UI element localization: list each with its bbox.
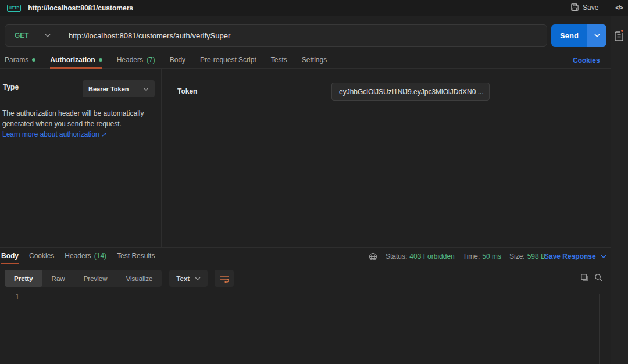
tab-headers-label: Headers bbox=[117, 56, 143, 64]
response-tab-cookies-label: Cookies bbox=[29, 252, 54, 260]
tab-headers[interactable]: Headers (7) bbox=[117, 52, 155, 69]
code-snippet-icon[interactable]: </> bbox=[615, 4, 623, 11]
send-button[interactable]: Send bbox=[551, 24, 606, 47]
size-label: Size: bbox=[509, 252, 525, 260]
time-label: Time: bbox=[463, 252, 480, 260]
save-response-button[interactable]: Save Response bbox=[544, 252, 606, 260]
wrap-lines-toggle[interactable] bbox=[215, 270, 234, 287]
tab-authorization[interactable]: Authorization bbox=[50, 52, 102, 69]
view-pretty-label: Pretty bbox=[14, 275, 33, 282]
time-value: 50 ms bbox=[482, 252, 501, 260]
view-preview-label: Preview bbox=[84, 275, 108, 282]
url-input[interactable]: http://localhost:8081/customers/auth/ver… bbox=[59, 31, 230, 40]
view-raw[interactable]: Raw bbox=[42, 270, 74, 287]
view-visualize-label: Visualize bbox=[126, 275, 153, 282]
headers-count-badge: (7) bbox=[147, 56, 155, 64]
auth-type-value: Bearer Token bbox=[88, 85, 129, 92]
learn-more-label: Learn more about authorization bbox=[2, 130, 99, 138]
copy-response-icon[interactable] bbox=[580, 273, 589, 282]
auth-type-label: Type bbox=[3, 83, 19, 91]
status-meta[interactable]: Status: 403 Forbidden bbox=[386, 252, 455, 260]
wrap-lines-icon bbox=[220, 274, 229, 283]
token-input[interactable]: eyJhbGciOiJSUzI1NiJ9.eyJpc3MiOiJDdXN0 ..… bbox=[331, 83, 490, 101]
auth-type-chevron-icon bbox=[143, 87, 149, 91]
response-tab-test-results-label: Test Results bbox=[117, 252, 155, 260]
response-tab-body[interactable]: Body bbox=[1, 249, 19, 264]
right-sidebar bbox=[611, 0, 628, 364]
response-tab-body-label: Body bbox=[1, 252, 19, 260]
tab-body[interactable]: Body bbox=[170, 52, 185, 69]
status-value: 403 Forbidden bbox=[409, 252, 454, 260]
auth-description: The authorization header will be automat… bbox=[2, 108, 155, 129]
tab-tests-label: Tests bbox=[271, 56, 287, 64]
save-response-label: Save Response bbox=[544, 252, 596, 260]
save-button-label: Save bbox=[583, 3, 598, 12]
response-meta: Status: 403 Forbidden Time: 50 ms Size: … bbox=[369, 250, 545, 263]
send-options-chevron-icon[interactable] bbox=[587, 24, 606, 47]
view-raw-label: Raw bbox=[52, 275, 65, 282]
save-response-chevron-icon bbox=[601, 255, 606, 258]
auth-type-select[interactable]: Bearer Token bbox=[83, 80, 155, 97]
floppy-save-icon bbox=[570, 3, 579, 12]
params-modified-dot bbox=[32, 58, 35, 62]
editor-scrollbar-track[interactable] bbox=[599, 294, 600, 364]
learn-more-link[interactable]: Learn more about authorization ↗ bbox=[2, 130, 107, 138]
request-tab-bar: HTTP http://localhost:8081/customers bbox=[0, 0, 628, 16]
response-tab-headers-label: Headers bbox=[65, 252, 91, 260]
status-label: Status: bbox=[386, 252, 407, 260]
format-select-value: Text bbox=[176, 275, 190, 282]
response-tab-test-results[interactable]: Test Results bbox=[117, 249, 155, 264]
editor-line-number: 1 bbox=[15, 293, 19, 301]
http-request-icon: HTTP bbox=[7, 5, 21, 12]
send-button-label[interactable]: Send bbox=[551, 24, 587, 47]
format-select[interactable]: Text bbox=[169, 270, 208, 287]
tab-body-label: Body bbox=[170, 56, 185, 64]
authorization-modified-dot bbox=[99, 58, 102, 62]
format-chevron-icon bbox=[195, 277, 201, 280]
tab-pre-request-script-label: Pre-request Script bbox=[200, 56, 256, 64]
response-headers-count-badge: (14) bbox=[94, 252, 106, 260]
view-visualize[interactable]: Visualize bbox=[117, 270, 162, 287]
view-mode-group: Pretty Raw Preview Visualize bbox=[5, 270, 162, 287]
external-link-arrow-icon: ↗ bbox=[101, 130, 107, 138]
view-preview[interactable]: Preview bbox=[74, 270, 117, 287]
tab-tests[interactable]: Tests bbox=[271, 52, 287, 69]
token-label: Token bbox=[177, 87, 197, 95]
request-url-bar: GET http://localhost:8081/customers/auth… bbox=[5, 24, 547, 47]
response-section-border bbox=[0, 247, 611, 248]
time-meta[interactable]: Time: 50 ms bbox=[463, 252, 501, 260]
network-globe-icon[interactable] bbox=[369, 252, 377, 261]
size-value: 598 B bbox=[527, 252, 545, 260]
tab-settings-label: Settings bbox=[302, 56, 327, 64]
tab-params-label: Params bbox=[5, 56, 28, 64]
request-tabs: Params Authorization Headers (7) Body Pr… bbox=[5, 52, 341, 69]
editor-scrollbar-top-edge bbox=[599, 294, 607, 294]
auth-column-divider bbox=[161, 69, 162, 247]
tab-pre-request-script[interactable]: Pre-request Script bbox=[200, 52, 256, 69]
meta-divider bbox=[536, 251, 536, 262]
panel-divider bbox=[611, 0, 611, 364]
request-tab-title[interactable]: http://localhost:8081/customers bbox=[28, 4, 133, 12]
response-tab-cookies[interactable]: Cookies bbox=[29, 249, 54, 264]
tab-authorization-label: Authorization bbox=[50, 56, 95, 64]
notification-dot bbox=[620, 28, 625, 33]
method-chevron-icon[interactable] bbox=[45, 34, 51, 37]
search-response-icon[interactable] bbox=[594, 273, 603, 282]
tab-params[interactable]: Params bbox=[5, 52, 35, 69]
save-button[interactable]: Save bbox=[570, 3, 598, 12]
response-body-toolbar: Pretty Raw Preview Visualize Text bbox=[5, 270, 234, 287]
tab-settings[interactable]: Settings bbox=[302, 52, 327, 69]
response-tabs: Body Cookies Headers (14) Test Results bbox=[1, 249, 165, 264]
response-tab-headers[interactable]: Headers (14) bbox=[65, 249, 106, 264]
cookies-link[interactable]: Cookies bbox=[573, 56, 600, 65]
view-pretty[interactable]: Pretty bbox=[5, 270, 42, 287]
method-selector[interactable]: GET bbox=[5, 31, 45, 40]
size-meta[interactable]: Size: 598 B bbox=[509, 252, 545, 260]
